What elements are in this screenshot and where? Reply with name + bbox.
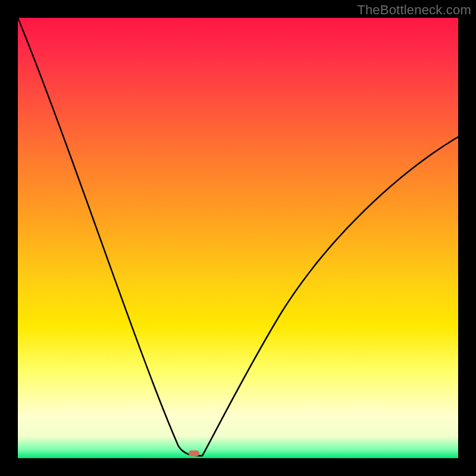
watermark-text: TheBottleneck.com bbox=[357, 2, 471, 18]
curve-svg bbox=[18, 18, 458, 458]
notch-marker bbox=[189, 450, 199, 456]
outer-frame: TheBottleneck.com bbox=[0, 0, 476, 476]
bottleneck-curve bbox=[18, 18, 458, 456]
plot-area bbox=[18, 18, 458, 458]
